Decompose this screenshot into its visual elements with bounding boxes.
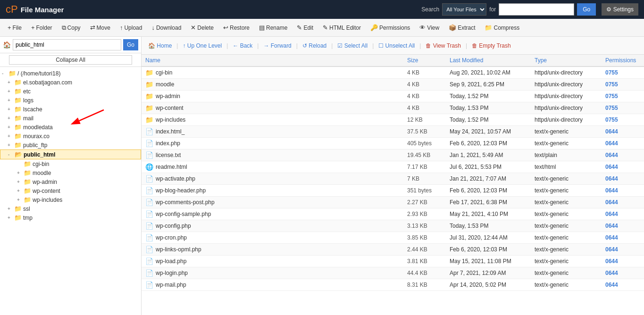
table-row[interactable]: 📁 wp-content 4 KB Today, 1:53 PM httpd/u…: [142, 102, 644, 114]
collapse-all-button[interactable]: Collapse All: [9, 55, 133, 65]
folder-icon: 📁: [24, 169, 31, 176]
header: cP File Manager Search All Your Files fo…: [0, 0, 644, 19]
toggle: +: [8, 116, 14, 121]
folder-icon: 📁: [14, 133, 22, 140]
delete-button[interactable]: ✕ Delete: [187, 23, 217, 33]
tree-item-root[interactable]: - 📁 / (/home/tutori18): [0, 69, 141, 78]
cell-type: text/x-generic: [531, 185, 602, 197]
cell-modified: Today, 1:52 PM: [446, 114, 531, 126]
table-row[interactable]: 📁 wp-admin 4 KB Today, 1:52 PM httpd/uni…: [142, 91, 644, 102]
copy-button[interactable]: ⧉ Copy: [58, 23, 84, 33]
forward-button[interactable]: → Forward: [260, 41, 294, 50]
upload-button[interactable]: ↑ Upload: [116, 23, 146, 33]
table-row[interactable]: 📄 wp-login.php 44.4 KB Apr 7, 2021, 12:0…: [142, 267, 644, 279]
permissions-button[interactable]: 🔑 Permissions: [367, 23, 414, 33]
tree-item-public-ftp[interactable]: + 📁 public_ftp: [0, 141, 141, 149]
tree-item-label: cgi-bin: [33, 161, 49, 167]
table-row[interactable]: 📄 wp-mail.php 8.31 KB Apr 14, 2020, 5:02…: [142, 279, 644, 291]
toggle: +: [8, 142, 14, 148]
new-file-label: File: [13, 25, 22, 31]
file-icon: 📄: [145, 234, 153, 241]
tree-item-logs[interactable]: + 📁 logs: [0, 96, 141, 105]
tree-item-etc[interactable]: + 📁 etc: [0, 87, 141, 96]
table-row[interactable]: 📁 wp-includes 12 KB Today, 1:52 PM httpd…: [142, 114, 644, 126]
view-trash-button[interactable]: 🗑 View Trash: [423, 41, 463, 50]
table-row[interactable]: 📄 wp-load.php 3.81 KB May 15, 2021, 11:0…: [142, 256, 644, 267]
new-folder-button[interactable]: + Folder: [27, 23, 56, 33]
edit-button[interactable]: ✎ Edit: [293, 23, 317, 33]
table-row[interactable]: 📄 license.txt 19.45 KB Jan 1, 2021, 5:49…: [142, 149, 644, 161]
tree-item-mourax[interactable]: + 📁 mourax.co: [0, 132, 141, 141]
file-name: wp-activate.php: [156, 175, 195, 182]
back-button[interactable]: ← Back: [230, 41, 255, 50]
tree-item-el-sobat[interactable]: + 📁 el.sobatjagoan.com: [0, 78, 141, 87]
tree-item-cgi-bin-sub[interactable]: 📁 cgi-bin: [0, 159, 141, 168]
table-row[interactable]: 📄 wp-config.php 3.13 KB Today, 1:53 PM t…: [142, 220, 644, 232]
search-input[interactable]: [499, 3, 574, 16]
compress-button[interactable]: 📁 Compress: [481, 23, 523, 33]
tree-item-wp-admin-sub[interactable]: + 📁 wp-admin: [0, 177, 141, 186]
extract-button[interactable]: 📦 Extract: [445, 23, 479, 33]
reload-button[interactable]: ↺ Reload: [300, 41, 329, 50]
table-row[interactable]: 📄 wp-comments-post.php 2.27 KB Feb 17, 2…: [142, 197, 644, 208]
tree-item-mail[interactable]: + 📁 mail: [0, 114, 141, 123]
col-name[interactable]: Name: [142, 55, 403, 66]
cell-type: text/x-generic: [531, 232, 602, 244]
tree-item-moodledata[interactable]: + 📁 moodledata: [0, 123, 141, 132]
empty-trash-button[interactable]: 🗑 Empty Trash: [469, 41, 514, 50]
search-scope-select[interactable]: All Your Files: [442, 3, 486, 16]
toggle: -: [8, 152, 15, 157]
tree-item-ssl[interactable]: + 📁 ssl: [0, 204, 141, 213]
download-button[interactable]: ↓ Download: [148, 23, 185, 33]
move-button[interactable]: ⇄ Move: [86, 23, 114, 33]
table-row[interactable]: 📄 index.php 405 bytes Feb 6, 2020, 12:03…: [142, 138, 644, 149]
table-row[interactable]: 📄 wp-cron.php 3.85 KB Jul 31, 2020, 12:4…: [142, 232, 644, 244]
restore-button[interactable]: ↩ Restore: [219, 23, 253, 33]
tree-item-wp-includes-sub[interactable]: + 📁 wp-includes: [0, 195, 141, 204]
home-button[interactable]: 🏠 Home: [145, 41, 175, 50]
table-row[interactable]: 📄 wp-blog-header.php 351 bytes Feb 6, 20…: [142, 185, 644, 197]
cell-name: 📄 wp-cron.php: [142, 232, 403, 244]
new-folder-label: Folder: [36, 25, 52, 31]
home-icon: 🏠: [3, 41, 11, 49]
cell-modified: Feb 17, 2021, 6:38 PM: [446, 197, 531, 208]
settings-button[interactable]: ⚙ Settings: [602, 3, 638, 16]
cell-type: text/x-generic: [531, 208, 602, 220]
toggle: +: [8, 215, 14, 220]
table-row[interactable]: 📁 moodle 4 KB Sep 9, 2021, 6:25 PM httpd…: [142, 79, 644, 91]
html-editor-button[interactable]: ✎ HTML Editor: [319, 23, 365, 33]
col-permissions[interactable]: Permissions: [602, 55, 644, 66]
toggle: +: [8, 89, 14, 94]
table-row[interactable]: 🌐 readme.html 7.17 KB Jul 6, 2021, 5:53 …: [142, 161, 644, 173]
edit-icon: ✎: [297, 24, 302, 31]
select-all-button[interactable]: ☑ Select All: [335, 41, 370, 50]
tree-item-label: ssl: [23, 206, 30, 212]
tree-item-wp-content-sub[interactable]: + 📁 wp-content: [0, 186, 141, 195]
unselect-all-button[interactable]: ☐ Unselect All: [376, 41, 418, 50]
search-go-button[interactable]: Go: [577, 3, 596, 16]
up-one-level-button[interactable]: ↑ Up One Level: [180, 41, 225, 50]
folder-icon: 📁: [14, 214, 22, 221]
table-row[interactable]: 📄 index.html_ 37.5 KB May 24, 2021, 10:5…: [142, 126, 644, 138]
tree-item-lscache[interactable]: + 📁 lscache: [0, 105, 141, 114]
new-file-button[interactable]: + File: [4, 23, 25, 33]
path-go-button[interactable]: Go: [123, 39, 138, 50]
tree-item-moodle-sub[interactable]: + 📁 moodle: [0, 168, 141, 177]
rename-button[interactable]: ▤ Rename: [255, 23, 291, 33]
col-modified[interactable]: Last Modified: [446, 55, 531, 66]
file-icon: 📄: [145, 187, 153, 194]
tree-item-tmp[interactable]: + 📁 tmp: [0, 213, 141, 222]
cell-modified: Jan 1, 2021, 5:49 AM: [446, 149, 531, 161]
path-input[interactable]: [13, 39, 121, 50]
cell-size: 7 KB: [403, 173, 446, 185]
table-row[interactable]: 📁 cgi-bin 4 KB Aug 20, 2021, 10:02 AM ht…: [142, 66, 644, 79]
tree-item-public-html[interactable]: - 📂 public_html: [0, 149, 141, 159]
col-type[interactable]: Type: [531, 55, 602, 66]
view-button[interactable]: 👁 View: [416, 23, 443, 33]
plus-icon: +: [31, 24, 35, 31]
table-row[interactable]: 📄 wp-config-sample.php 2.93 KB May 21, 2…: [142, 208, 644, 220]
col-size[interactable]: Size: [403, 55, 446, 66]
table-row[interactable]: 📄 wp-links-opml.php 2.44 KB Feb 6, 2020,…: [142, 244, 644, 256]
cell-size: 4 KB: [403, 79, 446, 91]
table-row[interactable]: 📄 wp-activate.php 7 KB Jan 21, 2021, 7:0…: [142, 173, 644, 185]
